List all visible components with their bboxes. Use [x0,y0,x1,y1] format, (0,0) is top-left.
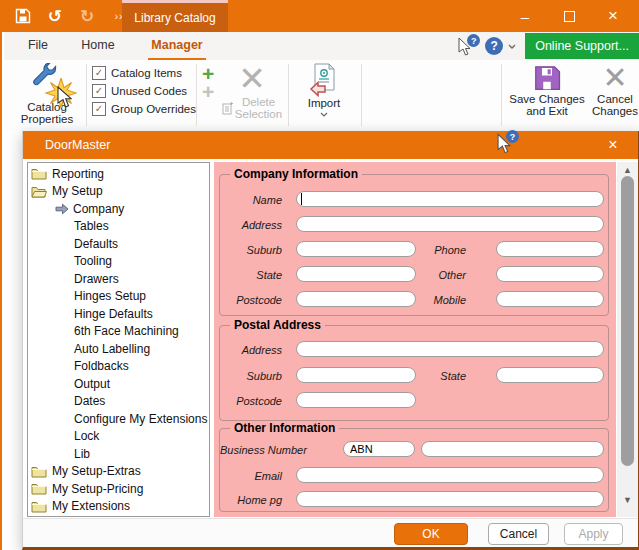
name-input[interactable] [296,191,604,207]
delete-x-icon: ✕ [238,62,266,96]
save-icon[interactable] [12,5,34,27]
scroll-up-icon[interactable]: ▲ [617,165,638,175]
import-icon [309,63,339,97]
postal-postcode-input[interactable] [296,392,416,408]
tree-label: Hinges Setup [74,289,146,303]
help-cursor-icon: ? [497,130,519,154]
question-badge-icon: ? [467,34,480,47]
floppy-icon [532,63,562,93]
cancel-changes-button[interactable]: ✕ Cancel Changes [590,63,639,129]
tree-item-dates[interactable]: Dates [28,393,209,411]
postal-state-input[interactable] [496,367,604,383]
dialog-close-button[interactable]: × [595,131,631,159]
save-changes-label: Save Changes [509,93,584,105]
tree-item-tables[interactable]: Tables [28,218,209,236]
field-label-state: State [214,269,282,281]
tree-item-tooling[interactable]: Tooling [28,253,209,271]
catalog-properties-button[interactable]: Catalog Properties [10,63,84,127]
undo-icon[interactable]: ↺ [44,5,66,27]
folder-closed-icon [31,500,47,513]
address-input[interactable] [296,216,604,232]
help-pointer-icon[interactable]: ? [458,34,480,58]
catalog-properties-label: Catalog [27,101,67,113]
cancel-button[interactable]: Cancel [488,523,549,545]
checkbox-icon: ✓ [92,66,106,80]
group-separator [288,64,289,126]
text-caret [301,193,302,205]
checkbox-icon: ✓ [92,84,106,98]
field-label-phone: Phone [376,244,466,256]
delete-selection-label: Selection [235,108,282,120]
company-form-panel: Company Information Name Address Suburb … [214,162,616,517]
field-label-email: Email [214,470,282,482]
dialog-footer: OK Cancel Apply [23,518,638,547]
tree-item-hinge-defaults[interactable]: Hinge Defaults [28,305,209,323]
tree-item-my-setup-extras[interactable]: My Setup-Extras [28,463,209,481]
tree-item-drawers[interactable]: Drawers [28,270,209,288]
tree-item-reporting[interactable]: Reporting [28,165,209,183]
home-page-input[interactable] [296,491,604,507]
current-item-arrow-icon [55,203,69,215]
folder-closed-icon [31,167,47,180]
dialog-maximize-button[interactable] [551,131,587,159]
folder-closed-icon [31,465,47,478]
maximize-button[interactable] [547,0,591,32]
tab-file[interactable]: File [20,32,56,58]
close-button[interactable]: × [591,0,635,32]
phone-input[interactable] [496,241,604,257]
tree-label: 6th Face Machining [74,324,179,338]
main-window: ↺ ↻ ›› Library Catalog – × File Home Man… [0,0,639,550]
checkbox-catalog-items[interactable]: ✓ Catalog Items [92,66,196,79]
ribbon: Catalog Properties ✓ Catalog Items ✓ Unu… [4,60,639,131]
mobile-input[interactable] [496,291,604,307]
doormaster-dialog: DoorMaster ? × Reporting My Setup Compan… [22,131,639,550]
tree-label: Tables [74,219,109,233]
save-changes-button[interactable]: Save Changes and Exit [504,63,590,129]
other-phone-input[interactable] [496,266,604,282]
tree-item-configure-my-extensions[interactable]: Configure My Extensions [28,410,209,428]
tree-item-my-setup[interactable]: My Setup [28,183,209,201]
help-dropdown-icon[interactable] [508,44,516,49]
minimize-button[interactable]: – [503,0,547,32]
business-number-input[interactable] [421,441,604,457]
tree-item-hinges-setup[interactable]: Hinges Setup [28,288,209,306]
tree-item-lib[interactable]: Lib [28,445,209,463]
checkbox-unused-codes[interactable]: ✓ Unused Codes [92,84,196,97]
email-input[interactable] [296,467,604,483]
tree-item-lock[interactable]: Lock [28,428,209,446]
help-icon[interactable]: ? [485,37,503,55]
maximize-icon [564,11,575,22]
field-label-postal-state: State [376,370,466,382]
tree-item-foldbacks[interactable]: Foldbacks [28,358,209,376]
tree-item-my-extensions[interactable]: My Extensions [28,498,209,516]
tree-item-defaults[interactable]: Defaults [28,235,209,253]
checkbox-label: Group Overrides [111,103,196,115]
tree-label: Foldbacks [74,359,129,373]
scrollbar-thumb[interactable] [621,176,634,466]
postal-address-input[interactable] [296,341,604,357]
tree-item-6th-face-machining[interactable]: 6th Face Machining [28,323,209,341]
tab-home[interactable]: Home [78,32,118,58]
dialog-title: DoorMaster [45,131,110,159]
online-support-button[interactable]: Online Support... [525,33,639,59]
tree-item-auto-labelling[interactable]: Auto Labelling [28,340,209,358]
tab-manager[interactable]: Manager [148,32,206,60]
tree-item-my-setup-pricing[interactable]: My Setup-Pricing [28,480,209,498]
tree-item-output[interactable]: Output [28,375,209,393]
tree-item-company[interactable]: Company [28,200,209,218]
ok-button[interactable]: OK [394,523,468,545]
scroll-down-icon[interactable]: ▼ [617,495,638,505]
apply-button[interactable]: Apply [564,523,623,545]
quick-access-toolbar: ↺ ↻ ›› [12,0,130,32]
doc-plus-icon [222,102,233,115]
import-button[interactable]: Import [292,63,356,129]
redo-icon[interactable]: ↻ [76,5,98,27]
checkbox-label: Unused Codes [111,85,187,97]
section-title: Other Information [230,421,339,435]
business-number-type-input[interactable] [343,441,415,457]
tree-label: Configure My Extensions [74,412,207,426]
form-scrollbar[interactable]: ▲ ▼ [617,162,638,517]
delete-selection-button: ✕ Delete Selection [220,62,284,128]
checkbox-group-overrides[interactable]: ✓ Group Overrides [92,102,196,115]
cancel-changes-label: Changes [592,105,638,117]
